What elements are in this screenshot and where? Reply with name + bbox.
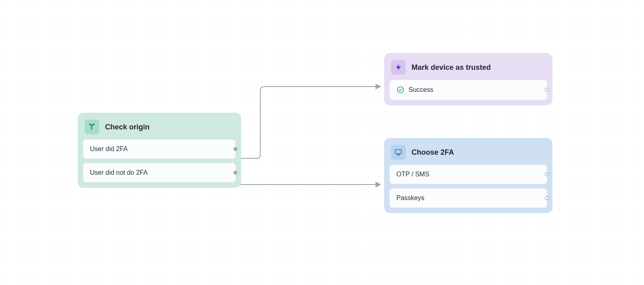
option-otp-sms[interactable]: OTP / SMS [389, 165, 547, 184]
row-label: Passkeys [396, 194, 540, 202]
branch-user-did-2fa[interactable]: User did 2FA [83, 139, 236, 159]
branch-user-did-not-do-2fa[interactable]: User did not do 2FA [83, 163, 236, 183]
row-label: OTP / SMS [396, 171, 540, 178]
edge-origin-to-trusted [239, 87, 380, 158]
output-port[interactable] [545, 172, 549, 176]
option-passkeys[interactable]: Passkeys [389, 188, 547, 208]
check-circle-icon [396, 86, 405, 94]
row-label: Success [409, 86, 540, 94]
result-success[interactable]: Success [389, 80, 547, 100]
flow-canvas[interactable]: Check origin User did 2FA User did not d… [0, 0, 644, 285]
node-header: Choose 2FA [389, 143, 547, 165]
node-title: Mark device as trusted [411, 63, 491, 72]
output-port[interactable] [545, 196, 549, 200]
fork-icon [85, 120, 99, 134]
node-body: User did 2FA User did not do 2FA [83, 139, 236, 183]
bolt-icon [391, 60, 406, 75]
svg-rect-1 [396, 149, 402, 154]
node-check-origin[interactable]: Check origin User did 2FA User did not d… [78, 113, 241, 188]
node-title: Check origin [105, 123, 150, 131]
monitor-icon [391, 145, 406, 160]
node-body: Success [389, 80, 547, 100]
node-body: OTP / SMS Passkeys [389, 165, 547, 208]
output-port[interactable] [233, 147, 237, 151]
output-port[interactable] [545, 88, 549, 92]
svg-point-0 [398, 87, 404, 93]
node-choose-2fa[interactable]: Choose 2FA OTP / SMS Passkeys [384, 138, 552, 213]
node-header: Mark device as trusted [389, 58, 547, 80]
row-label: User did not do 2FA [90, 169, 229, 176]
node-title: Choose 2FA [411, 148, 454, 157]
output-port[interactable] [233, 171, 237, 175]
node-header: Check origin [83, 118, 236, 139]
node-mark-device-trusted[interactable]: Mark device as trusted Success [384, 53, 552, 105]
row-label: User did 2FA [90, 145, 229, 153]
